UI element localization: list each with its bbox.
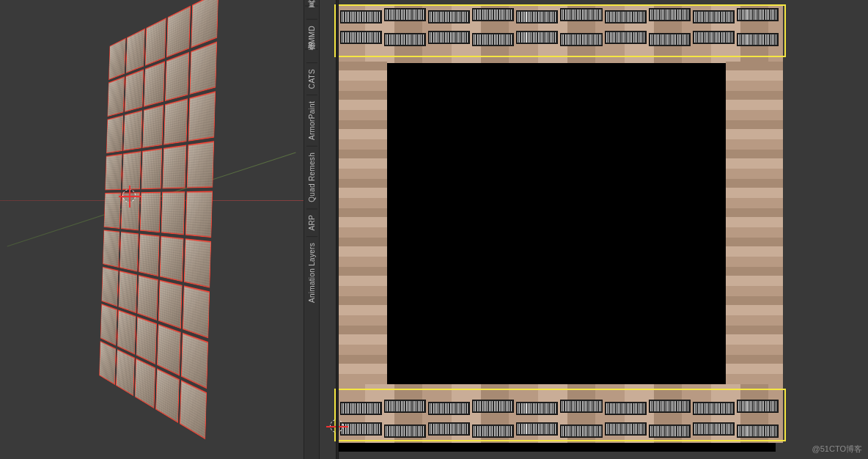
wall-tile[interactable] xyxy=(190,41,217,95)
uv-island[interactable] xyxy=(428,402,470,415)
wall-tile[interactable] xyxy=(103,230,119,268)
uv-island[interactable] xyxy=(384,400,426,413)
uv-islands-top[interactable] xyxy=(336,7,783,47)
uv-island[interactable] xyxy=(649,8,691,21)
uv-island[interactable] xyxy=(516,422,558,436)
wall-tile[interactable] xyxy=(99,341,116,385)
wall-tile[interactable] xyxy=(122,151,141,190)
uv-island[interactable] xyxy=(605,422,647,436)
uv-island[interactable] xyxy=(340,402,382,415)
wall-tile[interactable] xyxy=(140,192,161,233)
texture-strip-right xyxy=(726,62,783,384)
uv-island[interactable] xyxy=(693,10,735,23)
wall-tile[interactable] xyxy=(157,324,180,376)
uv-island[interactable] xyxy=(560,33,602,46)
uv-island[interactable] xyxy=(560,8,602,21)
uv-island[interactable] xyxy=(340,31,382,44)
wall-tile[interactable] xyxy=(105,154,122,191)
wall-tile[interactable] xyxy=(119,232,139,272)
uv-island[interactable] xyxy=(737,8,779,21)
wall-tile[interactable] xyxy=(158,280,182,329)
tab-工具[interactable]: 工具 xyxy=(305,6,318,19)
wall-tile[interactable] xyxy=(180,380,207,439)
tab-arp[interactable]: ARP xyxy=(306,208,317,236)
uv-island[interactable] xyxy=(693,402,735,415)
uv-island[interactable] xyxy=(428,31,470,44)
wall-tile[interactable] xyxy=(126,29,145,73)
uv-island[interactable] xyxy=(340,422,382,436)
wall-tile[interactable] xyxy=(104,193,121,229)
uv-island[interactable] xyxy=(472,425,514,438)
wall-tile[interactable] xyxy=(100,304,117,345)
viewport-uv[interactable] xyxy=(320,0,868,459)
uv-island[interactable] xyxy=(472,8,514,21)
wall-tile[interactable] xyxy=(125,69,144,111)
wall-tile[interactable] xyxy=(142,105,163,148)
uv-island[interactable] xyxy=(472,400,514,413)
uv-island[interactable] xyxy=(605,10,647,23)
uv-island[interactable] xyxy=(472,33,514,46)
uv-island[interactable] xyxy=(428,10,470,23)
uv-island[interactable] xyxy=(737,425,779,438)
uv-island[interactable] xyxy=(340,10,382,23)
wall-tile[interactable] xyxy=(108,38,125,80)
wall-tile[interactable] xyxy=(181,333,208,389)
wall-tile[interactable] xyxy=(123,110,142,151)
wall-tile[interactable] xyxy=(136,317,157,365)
wall-tile[interactable] xyxy=(145,18,166,66)
tab-mmd[interactable]: MMD xyxy=(306,19,317,50)
uv-island[interactable] xyxy=(384,33,426,46)
wall-tile[interactable] xyxy=(108,76,125,117)
uv-island[interactable] xyxy=(560,425,602,438)
wall-tile[interactable] xyxy=(183,285,210,338)
wall-tile[interactable] xyxy=(160,236,184,282)
panel-divider[interactable] xyxy=(336,0,339,459)
uv-island[interactable] xyxy=(384,8,426,21)
wall-tile[interactable] xyxy=(166,6,191,58)
uv-island[interactable] xyxy=(737,33,779,46)
uv-island[interactable] xyxy=(649,425,691,438)
uv-island[interactable] xyxy=(605,402,647,415)
wall-tile[interactable] xyxy=(118,271,137,313)
tool-tabs-panel: 工具MMD杂项CATSArmorPaintQuad RemeshARPAnima… xyxy=(304,0,320,459)
uv-island[interactable] xyxy=(649,400,691,413)
wall-tile[interactable] xyxy=(141,148,162,189)
wall-tile[interactable] xyxy=(163,145,187,189)
tab-armorpaint[interactable]: ArmorPaint xyxy=(306,95,317,146)
wall-tile[interactable] xyxy=(191,0,219,48)
tab-animation-layers[interactable]: Animation Layers xyxy=(306,236,317,309)
tab-quad-remesh[interactable]: Quad Remesh xyxy=(306,146,317,208)
wall-tile[interactable] xyxy=(137,275,158,320)
uv-island[interactable] xyxy=(693,31,735,44)
wall-tile[interactable] xyxy=(117,310,136,355)
wall-tile[interactable] xyxy=(164,98,188,145)
wall-tile[interactable] xyxy=(161,191,185,235)
uv-island[interactable] xyxy=(516,10,558,23)
wall-tile[interactable] xyxy=(144,61,165,107)
wall-tile[interactable] xyxy=(188,91,216,142)
uv-area[interactable] xyxy=(336,4,776,452)
uv-island[interactable] xyxy=(516,402,558,415)
tab-cats[interactable]: CATS xyxy=(306,62,317,95)
wall-tile[interactable] xyxy=(102,267,119,306)
wall-tile[interactable] xyxy=(184,238,211,288)
uv-island[interactable] xyxy=(693,422,735,436)
wall-tile[interactable] xyxy=(139,234,160,277)
wall-tile[interactable] xyxy=(106,115,123,153)
viewport-3d[interactable] xyxy=(0,0,304,459)
wall-tile[interactable] xyxy=(116,349,134,396)
uv-island[interactable] xyxy=(384,425,426,438)
wall-tile[interactable] xyxy=(165,52,189,101)
wall-tile[interactable] xyxy=(185,191,213,238)
wall-tile[interactable] xyxy=(155,368,179,423)
wall-tile[interactable] xyxy=(187,141,214,188)
uv-island[interactable] xyxy=(737,400,779,413)
uv-islands-bottom[interactable] xyxy=(336,399,783,438)
uv-island[interactable] xyxy=(516,31,558,44)
uv-island[interactable] xyxy=(560,400,602,413)
uv-island[interactable] xyxy=(649,33,691,46)
uv-island[interactable] xyxy=(605,31,647,44)
tab-杂项[interactable]: 杂项 xyxy=(305,49,318,62)
wall-tile[interactable] xyxy=(135,358,156,408)
uv-island[interactable] xyxy=(428,422,470,436)
